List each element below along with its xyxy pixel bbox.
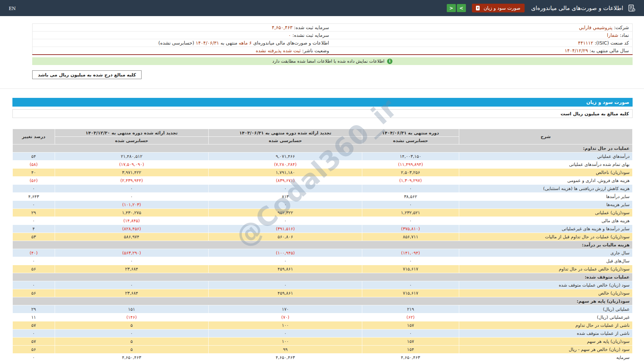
column-header-period-restated-annual: تجدید ارائه شده دوره منتهی به ۱۴۰۳/۱۲/۳۰ [55, 129, 208, 137]
value-v1: (۱۴۱,۰۹۴) [362, 249, 459, 257]
section-row: سود(زیان) پایه هر سهم: [13, 297, 633, 305]
statement-row: سود(زیان) پایه هر سهم۱۵۷۱۰۰۵۵۷ [13, 338, 633, 346]
info-cell-left: اطلاعات و صورت‌های مالی میاندوره‌ای ۶ ما… [33, 39, 333, 47]
info-row: سال مالی منتهی به: ۱۴۰۴/۱۲/۲۹وضعیت ناشر:… [33, 47, 633, 55]
info-value-part: (حسابرسی نشده) [158, 40, 194, 46]
info-label: شرکت: [614, 25, 629, 30]
statement-table-head: شرح دوره منتهی به ۱۴۰۴/۰۶/۳۱ تجدید ارائه… [13, 129, 633, 144]
info-cell-left: سرمایه ثبت شده: ۴,۶۵۰,۴۶۳ [33, 24, 333, 32]
topbar: اطلاعات و صورت‌های مالی میاندوره‌ای صورت… [0, 0, 644, 16]
statement-row: سایر هزینه‌ها۰۰(۱۰۱,۲۰۳)۰ [13, 201, 633, 209]
value-v1: (۱۱,۴۹۹,۸۹۴) [362, 161, 459, 169]
info-label: نماد: [620, 33, 629, 38]
next-statement-button[interactable]: > [457, 4, 466, 12]
value-v3: (۱۰۱,۲۰۳) [55, 201, 208, 209]
row-label: سود(زیان) عملیات در حال تداوم قبل از مال… [459, 233, 632, 241]
value-v2: ۹۵۲,۳۲۲ [208, 209, 362, 217]
value-pct: (۵۸) [13, 161, 55, 169]
value-v2: ۴۵۹,۸۶۱ [208, 289, 362, 297]
row-label: سود(زیان) خالص [459, 289, 632, 297]
info-cell-right: شرکت: پتروشيمي فارابي [332, 24, 633, 32]
value-pct: ۰ [13, 185, 55, 193]
column-header-period-current: دوره منتهی به ۱۴۰۴/۰۶/۳۱ [362, 129, 459, 137]
info-value: ثبت شده پذیرفته نشده [256, 48, 301, 53]
value-pct: (۴۰) [13, 249, 55, 257]
statement-type-dropdown[interactable]: صورت سود و زیان ▾ [472, 4, 525, 12]
value-v2: ۰ [208, 185, 362, 193]
value-pct: (۵۶) [13, 177, 55, 185]
section-row: هزینه مالیات بر درآمد: [13, 241, 633, 249]
value-v1: (۱,۳۰۹,۲۹۷) [362, 177, 459, 185]
value-v2: (۷۰) [208, 313, 362, 321]
value-v3: ۰ [55, 329, 208, 338]
value-v2: ۴,۶۵۰,۴۶۳ [208, 354, 362, 362]
value-v3: (۱۷,۵۰۹,۰۹۰) [55, 161, 208, 169]
info-table-body: شرکت: پتروشيمي فارابيسرمایه ثبت شده: ۴,۶… [33, 24, 633, 55]
value-v1: ۷۱۵,۶۱۷ [362, 265, 459, 273]
value-v3: ۵ [55, 321, 208, 329]
value-pct: ۰ [13, 217, 55, 225]
value-pct: ۲۹ [13, 305, 55, 313]
value-v1: ۰ [362, 217, 459, 225]
value-v1: ۰ [362, 185, 459, 193]
column-subheader-audited-1: حسابرسی شده [208, 137, 362, 144]
chevron-down-icon: ▾ [476, 6, 480, 10]
topbar-left-group: EN [9, 5, 16, 11]
signed-info-banner-text: اطلاعات نمایش داده شده با اطلاعات امضا ش… [272, 59, 384, 64]
statement-unit-note: کلیه مبالغ به میلیون ریال است [12, 109, 633, 118]
value-pct: ۰ [13, 329, 55, 338]
row-label: سایر هزینه‌ها [459, 201, 632, 209]
prev-statement-button[interactable]: < [447, 4, 456, 12]
row-label: درآمدهاي عملياتي [459, 153, 632, 161]
statement-row: سال‌های قبل۰۰۰۰ [13, 257, 633, 265]
value-pct: ۴,۶۴۳ [13, 193, 55, 201]
info-row: نماد: شفاراسرمایه ثبت نشده: ۰ [33, 32, 633, 39]
value-v1: ۱۵۷ [362, 338, 459, 346]
value-v2: (۳۹۱,۵۱۶) [208, 225, 362, 233]
info-label: سال مالی منتهی به: [590, 48, 629, 53]
info-value-part: ۶ ماهه [239, 40, 252, 46]
row-label: سایر درآمدها [459, 193, 632, 201]
statement-row: بهای تمام شده درآمدهای عملیاتی(۱۱,۴۹۹,۸۹… [13, 161, 633, 169]
row-label: سایر درآمدها و هزینه های غیرعملیاتی [459, 225, 632, 233]
language-toggle-en[interactable]: EN [9, 6, 16, 11]
row-label: سود (زیان) خالص عملیات متوقف شده [459, 281, 632, 289]
info-label: کد صنعت (ISIC): [595, 40, 629, 46]
value-v3: ۰ [55, 193, 208, 201]
value-v3: ۵۸۶,۹۷۴ [55, 233, 208, 241]
value-v3: (۱۴۶) [55, 313, 208, 321]
statement-row: سود(زیان) عملیات در حال تداوم قبل از مال… [13, 233, 633, 241]
page-title: اطلاعات و صورت‌های مالی میاندوره‌ای [531, 5, 624, 11]
info-value-part: ۱۴۰۴/۰۶/۳۱ [196, 40, 219, 46]
info-label: وضعیت ناشر: [302, 48, 329, 53]
value-v1: ۸۵۶,۷۱۱ [362, 233, 459, 241]
value-v2: ۹۹ [208, 346, 362, 354]
topbar-right-group: اطلاعات و صورت‌های مالی میاندوره‌ای صورت… [447, 4, 635, 12]
info-label: سرمایه ثبت شده: [294, 25, 329, 30]
million-rial-note: کلیه مبالغ درج شده به میلیون ریال می باش… [32, 70, 142, 79]
statement-row: سایر درآمدها و هزینه های غیرعملیاتی(۳۷۵,… [13, 225, 633, 233]
statement-row: درآمدهاي عملياتي۱۴,۰۰۳,۱۵۰۹,۰۷۱,۴۶۶۲۱,۴۸… [13, 153, 633, 161]
value-pct: ۴۰ [13, 169, 55, 177]
value-v1: (۶۲) [362, 313, 459, 321]
row-label: سرمایه [459, 354, 632, 362]
million-note-row: کلیه مبالغ درج شده به میلیون ریال می باش… [32, 70, 633, 79]
statement-row: سال جاری(۱۴۱,۰۹۴)(۱۰۰,۹۴۵)(۵۶۳,۲۹۰)(۴۰) [13, 249, 633, 257]
value-pct: ۵۳ [13, 233, 55, 241]
statement-title-bar: صورت سود و زیان [12, 98, 633, 107]
company-info-section: شرکت: پتروشيمي فارابيسرمایه ثبت شده: ۴,۶… [32, 23, 633, 79]
row-label: بهای تمام شده درآمدهای عملیاتی [459, 161, 632, 169]
column-subheader-audited-2: حسابرسی شده [55, 137, 208, 144]
value-v2: (۱۰۰,۹۴۵) [208, 249, 362, 257]
codal-logo-icon [628, 4, 635, 12]
row-label: سود(زیان) ناخالص [459, 169, 632, 177]
info-label: سرمایه ثبت نشده: [292, 33, 329, 38]
info-value: ۰ [288, 33, 291, 38]
info-row: کد صنعت (ISIC): ۴۴۱۱۱۲اطلاعات و صورت‌های… [33, 39, 633, 47]
value-v2: ۸۱۳ [208, 193, 362, 201]
value-v2: ۰ [208, 217, 362, 225]
value-v2: ۰ [208, 281, 362, 289]
statement-row: سود(زیان) خالص۷۱۵,۶۱۷۴۵۹,۸۶۱۲۳,۶۸۴۵۶ [13, 289, 633, 297]
value-v1: ۱۵۷ [362, 321, 459, 329]
value-v2: ۰ [208, 201, 362, 209]
